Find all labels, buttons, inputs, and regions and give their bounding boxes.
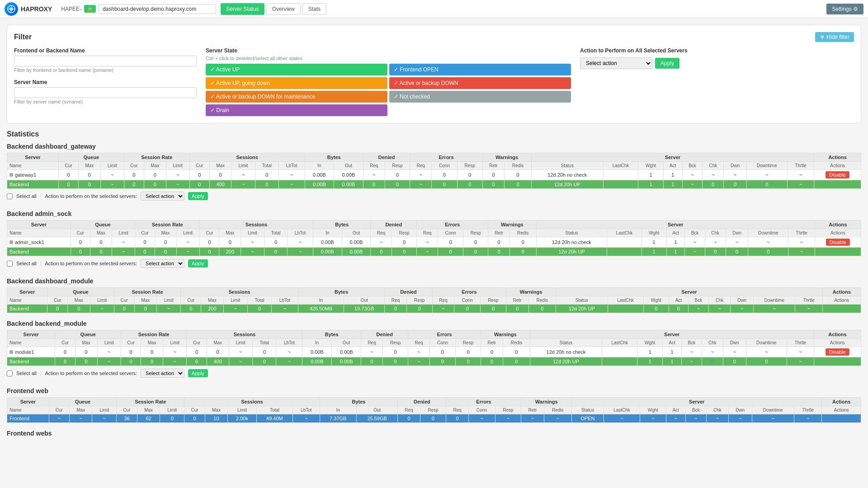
- table-footer: Select all | Action to perform on the se…: [7, 189, 861, 203]
- cell-sr-limit: ~: [166, 170, 189, 180]
- cell-s-max: 400: [207, 357, 229, 366]
- th-s-limit2: Limit: [241, 229, 264, 237]
- th-queue: Queue: [71, 221, 135, 229]
- state-active-backup-maint-btn[interactable]: ✓ Active or backup DOWN for maintenance: [206, 91, 387, 103]
- topnav: HAPROXY HAPEE- 🔒 Server Status Overview …: [0, 0, 868, 18]
- backend-dashboard-module-title: Backend dashboard_module: [7, 277, 861, 285]
- th-q-limit2: Limit: [112, 229, 135, 237]
- th-w-retr: Retr: [481, 339, 503, 347]
- th-bytes: Bytes: [302, 330, 361, 339]
- cell-chk: ~: [709, 305, 731, 313]
- select-all-checkbox-3[interactable]: [7, 371, 13, 376]
- row-action-select-3[interactable]: Select action: [141, 369, 184, 378]
- cell-bck: ~: [685, 237, 705, 248]
- th-s-max: Max: [207, 339, 229, 347]
- row-action-select[interactable]: Select action: [141, 192, 184, 201]
- cell-actions[interactable]: Disable: [814, 347, 861, 357]
- th-s-total: Total: [256, 406, 292, 414]
- cell-status: 12d 20h UP: [556, 305, 608, 313]
- select-all-checkbox[interactable]: [7, 193, 13, 199]
- cell-lastchk: [602, 357, 637, 366]
- cell-sr-max: 0: [144, 170, 166, 180]
- server-name-hint: Filter by server name (svname): [14, 99, 197, 104]
- cell-downtime: 0: [746, 357, 787, 366]
- cell-s-max: 0: [207, 347, 229, 357]
- cell-q-limit: ~: [100, 170, 124, 180]
- cell-dwn: ~: [726, 237, 748, 248]
- th-w-redis2: Redis: [510, 229, 537, 237]
- disable-btn[interactable]: Disable: [826, 171, 849, 178]
- row-apply-btn-2[interactable]: Apply: [188, 259, 208, 267]
- th-s-total: Total: [247, 296, 271, 305]
- backend-admin-sock-title: Backend admin_sock: [7, 210, 861, 217]
- cell-d-req: 0: [371, 248, 392, 256]
- cell-d-resp: 0: [383, 357, 408, 366]
- th-e-resp: Resp: [457, 162, 482, 170]
- overview-btn[interactable]: Overview: [266, 3, 301, 15]
- state-frontend-open-btn[interactable]: ✓ Frontend OPEN: [389, 64, 571, 75]
- cell-bck: ~: [682, 170, 703, 180]
- cell-s-cur: 0: [187, 357, 207, 366]
- action-select[interactable]: Select action: [580, 57, 652, 69]
- stats-btn[interactable]: Stats: [302, 3, 326, 15]
- cell-actions[interactable]: Disable: [814, 170, 861, 180]
- state-active-going-down-btn[interactable]: ✓ Active UP, going down: [206, 77, 387, 89]
- frontend-backend-input[interactable]: [14, 56, 197, 66]
- th-b-in: In: [302, 339, 332, 347]
- cell-thrtle: ~: [795, 305, 823, 313]
- url-input[interactable]: [99, 4, 216, 14]
- state-active-backup-down-btn[interactable]: ✓ Active or backup DOWN: [389, 77, 571, 89]
- hide-filter-btn[interactable]: ▼ Hide filter: [815, 32, 854, 42]
- row-apply-btn-3[interactable]: Apply: [188, 369, 208, 377]
- cell-dwn: ~: [728, 414, 752, 423]
- th-bytes: Bytes: [305, 153, 363, 162]
- cell-actions[interactable]: Disable: [815, 237, 861, 248]
- cell-chk: ~: [703, 170, 724, 180]
- select-all-label: Select all: [16, 193, 37, 199]
- cell-s-max: 200: [201, 305, 224, 313]
- cell-sr-cur: 0: [135, 248, 155, 256]
- server-name-input[interactable]: [14, 87, 197, 98]
- th-s-cur: Cur: [184, 406, 205, 414]
- cell-w-retr: 0: [488, 248, 510, 256]
- state-active-up-btn[interactable]: ✓ Active UP: [206, 64, 387, 75]
- settings-btn[interactable]: Settings ⚙: [826, 4, 863, 14]
- th-e-conn2: Conn: [438, 229, 463, 237]
- cell-e-req: ~: [417, 237, 438, 248]
- action-apply-btn[interactable]: Apply: [655, 58, 679, 69]
- cell-sr-limit: ~: [157, 305, 181, 313]
- th-ss-act: Act: [666, 406, 685, 414]
- cell-s-limit: ~: [229, 357, 252, 366]
- th-ss-lastchk: LastChk: [602, 339, 637, 347]
- cell-dwn: 0: [724, 180, 746, 189]
- cell-s-limit: ~: [231, 170, 255, 180]
- frontend-webs-title: Frontend webs: [7, 430, 861, 437]
- th-session-rate: Session Rate: [117, 398, 184, 406]
- th-server-status: Server: [530, 330, 814, 339]
- state-not-checked-btn[interactable]: ✓ Not checked: [389, 91, 571, 103]
- cell-act: 1: [664, 170, 682, 180]
- disable-btn[interactable]: Disable: [826, 239, 850, 246]
- th-server: Server: [7, 288, 47, 296]
- cell-b-in: 426.50MB: [298, 305, 344, 313]
- cell-d-resp: 0: [420, 414, 446, 423]
- disable-btn[interactable]: Disable: [826, 348, 849, 356]
- cell-sr-max: 0: [144, 180, 166, 189]
- cell-q-max: 0: [75, 357, 97, 366]
- frontend-backend-label: Frontend or Backend Name: [14, 47, 197, 54]
- cell-downtime: ~: [754, 305, 795, 313]
- chk-link[interactable]: 0: [711, 359, 714, 364]
- select-all-checkbox-2[interactable]: [7, 261, 13, 267]
- state-grid: ✓ Active UP ✓ Frontend OPEN ✓ Active UP,…: [206, 64, 571, 116]
- cell-wght: 1: [638, 170, 664, 180]
- row-apply-btn[interactable]: Apply: [188, 192, 208, 200]
- state-drain-btn[interactable]: ✓ Drain: [206, 104, 387, 116]
- th-d-req: Req: [398, 406, 420, 414]
- cell-sr-limit: ~: [163, 347, 187, 357]
- th-server: Server: [7, 153, 59, 162]
- action-label: Action to perform on the selected server…: [45, 193, 137, 199]
- row-action-select-2[interactable]: Select action: [141, 259, 184, 268]
- cell-s-cur: 0: [181, 305, 201, 313]
- th-s-cur2: Cur: [200, 229, 219, 237]
- server-status-btn[interactable]: Server Status: [221, 3, 264, 15]
